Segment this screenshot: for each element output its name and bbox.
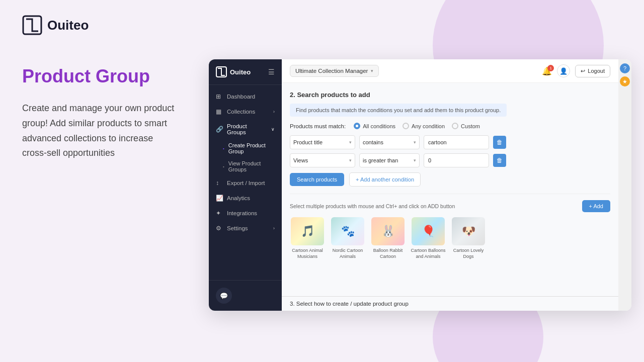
logo-area: Ouiteo: [22, 15, 179, 35]
products-grid: 🎵 Cartoon Animal Musicians 🐾 Nordic Cart…: [290, 217, 610, 259]
product-card-4[interactable]: 🐶 Cartoon Lovely Dogs: [451, 217, 486, 259]
chevron-right-icon: ›: [273, 226, 275, 231]
add-condition-button[interactable]: + Add another condition: [349, 172, 421, 187]
app-selector-dropdown[interactable]: Ultimate Collection Manager ▾: [290, 65, 379, 77]
product-card-2[interactable]: 🐰 Balloon Rabbit Cartoon: [370, 217, 406, 259]
product-name-2: Balloon Rabbit Cartoon: [370, 248, 406, 259]
radio-label-custom: Custom: [461, 123, 480, 129]
products-section: Select multiple products with mouse and …: [290, 194, 610, 259]
product-card-3[interactable]: 🎈 Cartoon Balloons and Animals: [411, 217, 446, 259]
sidebar-item-product-groups[interactable]: 🔗 Product Groups ∨: [209, 119, 282, 139]
condition-row-1: Product title ▾ contains ▾ cartoon 🗑: [290, 135, 610, 149]
match-condition-row: Products must match: All conditions Any …: [290, 123, 610, 129]
sidebar-item-label: Collections: [227, 109, 255, 115]
logout-label: Logout: [588, 68, 605, 74]
radio-all-conditions[interactable]: All conditions: [354, 123, 395, 129]
search-products-button[interactable]: Search products: [290, 173, 344, 186]
product-thumb-1: 🐾: [331, 217, 364, 245]
operator-select-1[interactable]: contains ▾: [359, 135, 420, 149]
sidebar-item-label: Product Groups: [227, 123, 267, 135]
operator-label-1: contains: [363, 139, 383, 145]
value-text-1: cartoon: [428, 139, 447, 145]
quick-action-favorite[interactable]: ★: [620, 76, 630, 86]
chat-button[interactable]: 💬: [216, 288, 232, 304]
chevron-right-icon: ›: [273, 109, 275, 114]
radio-circle-any: [403, 123, 409, 129]
sub-item-label: View Product Groups: [228, 160, 275, 172]
left-panel: Ouiteo Product Group Create and manage y…: [0, 0, 201, 362]
sidebar-sub-create-product-group[interactable]: Create Product Group: [209, 139, 282, 157]
sidebar-item-label: Export / Import: [227, 180, 265, 186]
product-emoji-1: 🐾: [341, 226, 355, 237]
star-icon: ★: [622, 78, 627, 85]
sidebar-item-settings[interactable]: ⚙ Settings ›: [209, 221, 282, 236]
delete-condition-2-button[interactable]: 🗑: [493, 154, 506, 167]
analytics-icon: 📈: [216, 195, 223, 202]
settings-icon: ⚙: [216, 225, 223, 232]
product-name-0: Cartoon Animal Musicians: [290, 248, 325, 259]
operator-arrow-1: ▾: [414, 140, 416, 145]
product-card-1[interactable]: 🐾 Nordic Cartoon Animals: [330, 217, 365, 259]
product-emoji-4: 🐶: [462, 226, 475, 237]
logout-button[interactable]: ↩ Logout: [575, 65, 610, 77]
hamburger-icon[interactable]: ☰: [268, 68, 275, 76]
product-emoji-0: 🎵: [301, 226, 314, 237]
logo-icon: [22, 15, 42, 35]
product-emoji-2: 🐰: [381, 226, 395, 237]
sub-item-label: Create Product Group: [228, 142, 275, 154]
field-label-2: Views: [293, 157, 308, 163]
content-area: 2. Search products to add Find products …: [282, 83, 618, 296]
user-icon: 👤: [559, 67, 568, 75]
app-window: Ouiteo ☰ ⊞ Dashboard ▦ Collections › 🔗 P…: [209, 59, 631, 311]
field-select-2[interactable]: Views ▾: [290, 153, 355, 167]
product-card-0[interactable]: 🎵 Cartoon Animal Musicians: [290, 217, 325, 259]
logo-text: Ouiteo: [47, 18, 89, 33]
quick-action-help[interactable]: ?: [620, 63, 630, 73]
logout-icon: ↩: [581, 68, 585, 74]
operator-arrow-2: ▾: [414, 158, 416, 163]
sidebar: Ouiteo ☰ ⊞ Dashboard ▦ Collections › 🔗 P…: [209, 59, 282, 311]
export-import-icon: ↕: [216, 179, 223, 187]
value-input-2[interactable]: 0: [424, 153, 489, 167]
collections-icon: ▦: [216, 108, 223, 115]
radio-label-any: Any condition: [412, 123, 445, 129]
product-thumb-4: 🐶: [452, 217, 485, 245]
integrations-icon: ✦: [216, 210, 223, 217]
trash-icon-2: 🗑: [497, 157, 503, 164]
trash-icon: 🗑: [497, 139, 503, 146]
sidebar-sub-view-product-groups[interactable]: View Product Groups: [209, 157, 282, 175]
sidebar-bottom: 💬: [209, 280, 282, 311]
radio-any-condition[interactable]: Any condition: [403, 123, 445, 129]
sidebar-item-analytics[interactable]: 📈 Analytics: [209, 191, 282, 206]
add-products-button[interactable]: + Add: [582, 200, 610, 212]
top-bar: Ultimate Collection Manager ▾ 🔔 1 👤 ↩ Lo…: [282, 59, 618, 83]
sidebar-item-label: Dashboard: [227, 94, 255, 100]
product-thumb-0: 🎵: [291, 217, 324, 245]
dashboard-icon: ⊞: [216, 93, 223, 100]
field-arrow-1: ▾: [349, 140, 352, 145]
products-hint: Select multiple products with mouse and …: [290, 203, 455, 209]
operator-select-2[interactable]: is greater than ▾: [359, 153, 420, 167]
radio-circle-custom: [452, 123, 458, 129]
user-avatar-button[interactable]: 👤: [557, 64, 570, 77]
info-banner: Find products that match the conditions …: [290, 104, 507, 117]
field-select-1[interactable]: Product title ▾: [290, 135, 355, 149]
delete-condition-1-button[interactable]: 🗑: [493, 136, 506, 149]
search-action-row: Search products + Add another condition: [290, 172, 610, 187]
sidebar-item-integrations[interactable]: ✦ Integrations: [209, 206, 282, 221]
radio-label-all: All conditions: [363, 123, 395, 129]
radio-circle-all: [354, 123, 360, 129]
sidebar-item-collections[interactable]: ▦ Collections ›: [209, 104, 282, 119]
sidebar-item-export-import[interactable]: ↕ Export / Import: [209, 175, 282, 191]
product-name-4: Cartoon Lovely Dogs: [451, 248, 486, 259]
value-input-1[interactable]: cartoon: [424, 135, 489, 149]
section2-title: 2. Search products to add: [290, 91, 610, 99]
product-name-3: Cartoon Balloons and Animals: [411, 248, 446, 259]
radio-custom[interactable]: Custom: [452, 123, 480, 129]
chevron-down-icon: ▾: [371, 68, 373, 73]
operator-label-2: is greater than: [363, 157, 398, 163]
sidebar-item-label: Settings: [227, 225, 248, 231]
condition-row-2: Views ▾ is greater than ▾ 0 🗑: [290, 153, 610, 167]
sidebar-item-dashboard[interactable]: ⊞ Dashboard: [209, 89, 282, 104]
notification-button[interactable]: 🔔 1: [542, 66, 552, 76]
